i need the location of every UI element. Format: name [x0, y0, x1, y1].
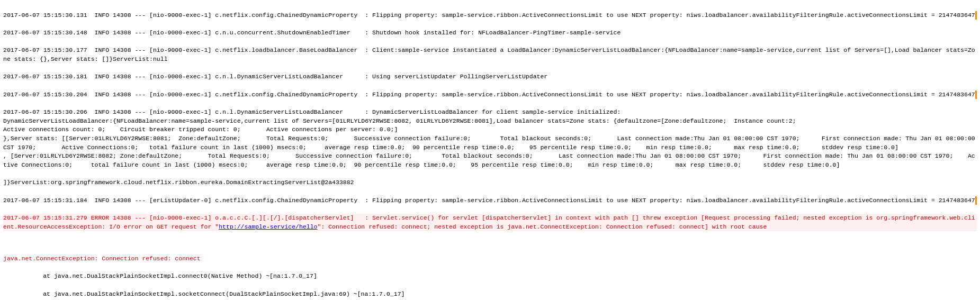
error-link[interactable]: http://sample-service/hello — [219, 223, 317, 230]
log-line-exception: java.net.ConnectException: Connection re… — [3, 254, 977, 263]
blank-line — [3, 240, 977, 246]
log-line-1: 2017-06-07 15:15:30.131 INFO 14308 --- [… — [3, 11, 977, 20]
log-line-4: 2017-06-07 15:15:30.181 INFO 14308 --- [… — [3, 72, 977, 81]
log-line-2: 2017-06-07 15:15:30.148 INFO 14308 --- [… — [3, 29, 977, 38]
log-line-3: 2017-06-07 15:15:30.177 INFO 14308 --- [… — [3, 46, 977, 63]
log-line-6: 2017-06-07 15:15:30.206 INFO 14308 --- [… — [3, 108, 977, 170]
log-line-9: 2017-06-07 15:15:31.279 ERROR 14308 --- … — [3, 214, 977, 231]
log-output: 2017-06-07 15:15:30.131 INFO 14308 --- [… — [0, 0, 980, 300]
log-line-7: ]}ServerList:org.springframework.cloud.n… — [3, 178, 977, 187]
log-line-st-1: at java.net.DualStackPlainSocketImpl.con… — [3, 272, 977, 281]
log-line-5: 2017-06-07 15:15:30.204 INFO 14308 --- [… — [3, 90, 977, 99]
log-line-8: 2017-06-07 15:15:31.184 INFO 14308 --- [… — [3, 196, 977, 205]
log-line-st-2: at java.net.DualStackPlainSocketImpl.soc… — [3, 290, 977, 299]
